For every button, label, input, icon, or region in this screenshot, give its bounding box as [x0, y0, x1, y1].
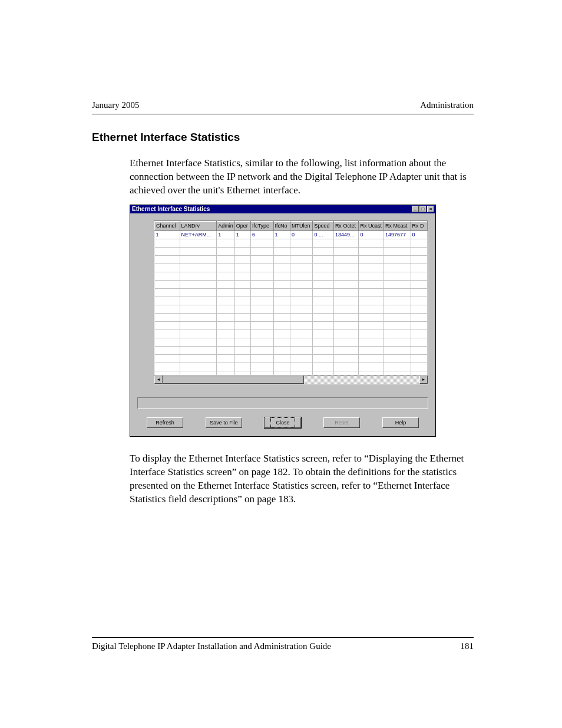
col-rxoctet[interactable]: Rx Octet: [333, 221, 359, 230]
table-row: [155, 297, 428, 305]
intro-paragraph: Ethernet Interface Statistics, similar t…: [92, 157, 474, 197]
refresh-button[interactable]: Refresh: [147, 417, 183, 428]
save-to-file-button[interactable]: Save to File: [206, 417, 242, 428]
cell: 1: [155, 230, 180, 239]
table-row: [155, 313, 428, 321]
table-row: [155, 288, 428, 297]
window-body: Channel LANDrv Admin Oper IfcType IfcNo …: [130, 213, 435, 436]
reset-button: Reset: [323, 417, 360, 428]
cell: 1497677: [384, 230, 411, 239]
table-row: [155, 239, 428, 247]
page-number: 181: [461, 641, 474, 651]
cell: 0 ...: [313, 230, 333, 239]
table-row: [155, 255, 428, 263]
table-row: [155, 247, 428, 255]
cell: 0: [290, 230, 312, 239]
table-row: [155, 321, 428, 330]
stats-table: Channel LANDrv Admin Oper IfcType IfcNo …: [154, 221, 428, 380]
triangle-left-icon: ◄: [157, 377, 161, 381]
col-rxd[interactable]: Rx D: [411, 221, 427, 230]
col-landrv[interactable]: LANDrv: [180, 221, 217, 230]
footer-title: Digital Telephone IP Adapter Installatio…: [92, 641, 331, 651]
horizontal-scrollbar[interactable]: ◄ ►: [154, 375, 428, 384]
table-row: [155, 338, 428, 346]
col-ifctype[interactable]: IfcType: [251, 221, 273, 230]
help-button[interactable]: Help: [382, 417, 419, 428]
close-window-button[interactable]: ×: [427, 206, 434, 212]
triangle-right-icon: ►: [422, 377, 426, 381]
header-date: January 2005: [92, 100, 139, 110]
table-row[interactable]: 1 NET+ARM... 1 1 6 1 0 0 ... 13449... 0 …: [155, 230, 428, 239]
cell: 0: [359, 230, 384, 239]
reference-paragraph: To display the Ethernet Interface Statis…: [92, 452, 474, 506]
minimize-button[interactable]: _: [412, 206, 419, 212]
cell: 1: [217, 230, 234, 239]
cell: NET+ARM...: [180, 230, 217, 239]
maximize-button[interactable]: □: [419, 206, 427, 212]
col-rxmcast[interactable]: Rx Mcast: [384, 221, 411, 230]
page-footer: Digital Telephone IP Adapter Installatio…: [92, 637, 474, 651]
table-row: [155, 305, 428, 313]
scroll-left-button[interactable]: ◄: [154, 375, 163, 384]
cell: 13449...: [333, 230, 359, 239]
header-rule: [92, 114, 474, 114]
stats-grid[interactable]: Channel LANDrv Admin Oper IfcType IfcNo …: [154, 220, 428, 384]
header-section: Administration: [420, 100, 474, 110]
cell: 1: [273, 230, 290, 239]
table-row: [155, 280, 428, 288]
ethernet-stats-window: Ethernet Interface Statistics _ □ ×: [130, 205, 436, 437]
table-row: [155, 363, 428, 371]
table-row: [155, 263, 428, 272]
scroll-thumb[interactable]: [163, 375, 304, 384]
cell: 0: [411, 230, 427, 239]
table-row: [155, 272, 428, 280]
footer-rule: [92, 637, 474, 638]
col-rxucast[interactable]: Rx Ucast: [359, 221, 384, 230]
cell: 1: [234, 230, 250, 239]
window-titlebar[interactable]: Ethernet Interface Statistics _ □ ×: [130, 205, 435, 213]
button-row: Refresh Save to File Close Reset Help: [137, 415, 428, 431]
col-oper[interactable]: Oper: [234, 221, 250, 230]
scroll-track[interactable]: [163, 375, 419, 384]
table-row: [155, 330, 428, 338]
scroll-right-button[interactable]: ►: [419, 375, 428, 384]
window-controls: _ □ ×: [412, 206, 434, 212]
window-title: Ethernet Interface Statistics: [132, 206, 210, 212]
col-speed[interactable]: Speed: [313, 221, 333, 230]
table-row: [155, 346, 428, 354]
col-mtulen[interactable]: MTUlen: [290, 221, 312, 230]
section-title: Ethernet Interface Statistics: [92, 131, 474, 144]
status-bar: [137, 397, 428, 409]
table-row: [155, 354, 428, 363]
col-channel[interactable]: Channel: [155, 221, 180, 230]
col-admin[interactable]: Admin: [217, 221, 234, 230]
col-ifcno[interactable]: IfcNo: [273, 221, 290, 230]
page-header: January 2005 Administration: [92, 100, 474, 110]
close-button[interactable]: Close: [265, 417, 301, 428]
cell: 6: [251, 230, 273, 239]
table-header-row: Channel LANDrv Admin Oper IfcType IfcNo …: [155, 221, 428, 230]
